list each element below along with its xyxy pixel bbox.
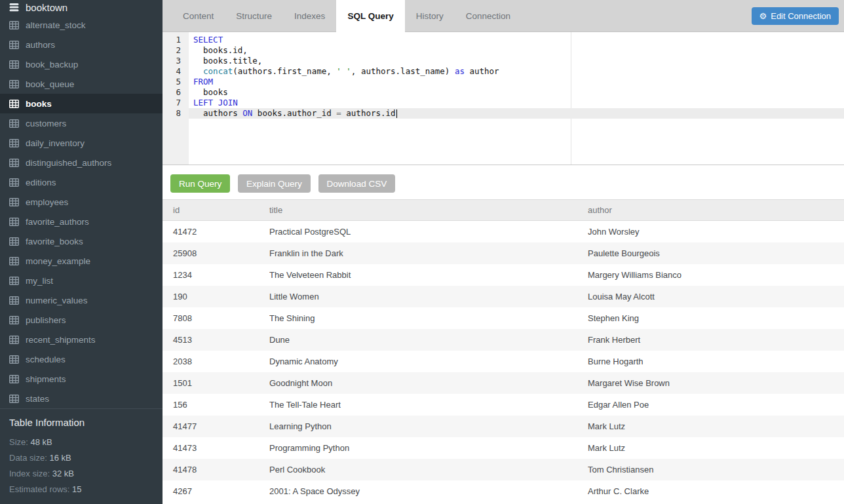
run-query-button[interactable]: Run Query [170, 174, 230, 193]
table-icon [9, 21, 19, 29]
tab-connection[interactable]: Connection [455, 0, 522, 31]
column-header-title[interactable]: title [269, 200, 588, 220]
tab-content[interactable]: Content [172, 0, 225, 31]
table-icon [9, 277, 19, 285]
table-row[interactable]: 2038Dynamic AnatomyBurne Hogarth [163, 351, 844, 372]
table-icon [9, 257, 19, 265]
table-row[interactable]: 41477Learning PythonMark Lutz [163, 416, 844, 437]
tab-structure[interactable]: Structure [225, 0, 283, 31]
table-row[interactable]: 1234The Velveteen RabbitMargery Williams… [163, 264, 844, 286]
code-line-5: 5FROM [163, 77, 844, 87]
line-number: 3 [163, 56, 189, 66]
table-info-stat: Index size: 32 kB [9, 466, 153, 482]
table-icon [9, 316, 19, 324]
sidebar-item-money_example[interactable]: money_example [0, 251, 163, 271]
table-row[interactable]: 25908Franklin in the DarkPaulette Bourge… [163, 242, 844, 264]
table-icon [9, 237, 19, 246]
sidebar-item-numeric_values[interactable]: numeric_values [0, 290, 163, 310]
sidebar-item-books[interactable]: books [0, 94, 163, 113]
sidebar-item-book_backup[interactable]: book_backup [0, 54, 163, 74]
download-csv-button[interactable]: Download CSV [318, 174, 396, 193]
table-icon [9, 178, 19, 187]
table-row[interactable]: 1501Goodnight MoonMargaret Wise Brown [163, 372, 844, 394]
code-text: FROM [189, 77, 844, 87]
sidebar-item-states[interactable]: states [0, 389, 163, 408]
table-info-title: Table Information [9, 417, 153, 428]
table-row[interactable]: 41473Programming PythonMark Lutz [163, 437, 844, 459]
table-name: book_backup [26, 60, 78, 69]
table-icon [9, 395, 19, 403]
table-name: recent_shipments [26, 335, 96, 345]
code-text: LEFT JOIN [189, 98, 844, 108]
table-name: publishers [26, 315, 66, 325]
table-info-panel: Table Information Size: 48 kBData size: … [0, 408, 163, 504]
table-row[interactable]: 4513DuneFrank Herbert [163, 329, 844, 351]
sidebar-item-my_list[interactable]: my_list [0, 271, 163, 290]
table-icon [9, 296, 19, 305]
tab-sql-query[interactable]: SQL Query [336, 0, 404, 32]
cell-author: Mark Lutz [588, 437, 844, 459]
table-row[interactable]: 156The Tell-Tale HeartEdgar Allen Poe [163, 394, 844, 416]
sidebar-item-schedules[interactable]: schedules [0, 349, 163, 369]
edit-connection-button[interactable]: ⚙ Edit Connection [752, 7, 839, 25]
sidebar: booktown alternate_stockauthorsbook_back… [0, 0, 163, 504]
database-header[interactable]: booktown [0, 0, 163, 15]
line-number: 7 [163, 98, 189, 108]
table-name: daily_inventory [26, 138, 85, 148]
sidebar-item-shipments[interactable]: shipments [0, 369, 163, 389]
sidebar-item-employees[interactable]: employees [0, 192, 163, 212]
sidebar-item-customers[interactable]: customers [0, 113, 163, 133]
table-name: books [26, 99, 52, 109]
sql-code: 1SELECT2 books.id,3 books.title,4 concat… [163, 32, 844, 119]
sidebar-item-book_queue[interactable]: book_queue [0, 74, 163, 94]
column-header-id[interactable]: id [173, 200, 269, 220]
tab-indexes[interactable]: Indexes [283, 0, 336, 31]
sidebar-item-recent_shipments[interactable]: recent_shipments [0, 330, 163, 349]
cell-author: Tom Christiansen [588, 459, 844, 480]
table-row[interactable]: 41472Practical PostgreSQLJohn Worsley [163, 221, 844, 242]
code-line-7: 7LEFT JOIN [163, 98, 844, 108]
sidebar-item-publishers[interactable]: publishers [0, 310, 163, 330]
explain-query-button[interactable]: Explain Query [238, 174, 311, 193]
main-panel: ContentStructureIndexesSQL QueryHistoryC… [163, 0, 844, 504]
table-name: schedules [26, 355, 66, 364]
sidebar-item-alternate_stock[interactable]: alternate_stock [0, 15, 163, 35]
tab-history[interactable]: History [405, 0, 455, 31]
table-row[interactable]: 41478Perl CookbookTom Christiansen [163, 459, 844, 480]
code-line-6: 6 books [163, 87, 844, 98]
cell-title: Practical PostgreSQL [269, 221, 588, 242]
cell-title: Goodnight Moon [269, 372, 588, 394]
sql-editor[interactable]: 1SELECT2 books.id,3 books.title,4 concat… [163, 32, 844, 165]
sidebar-item-distinguished_authors[interactable]: distinguished_authors [0, 153, 163, 172]
cell-title: 2001: A Space Odyssey [269, 480, 588, 502]
table-row[interactable]: 42672001: A Space OdysseyArthur C. Clark… [163, 480, 844, 502]
table-info-stat: Data size: 16 kB [9, 450, 153, 466]
table-row[interactable]: 7808The ShiningStephen King [163, 307, 844, 329]
sidebar-item-favorite_books[interactable]: favorite_books [0, 231, 163, 251]
table-info-stats: Size: 48 kBData size: 16 kBIndex size: 3… [9, 435, 153, 497]
code-text: books [189, 87, 844, 98]
cell-author: Burne Hogarth [588, 351, 844, 372]
sidebar-item-editions[interactable]: editions [0, 172, 163, 192]
cell-author: Paulette Bourgeois [588, 242, 844, 264]
cell-id: 4267 [173, 480, 269, 502]
table-name: customers [26, 119, 66, 128]
database-icon [9, 3, 19, 12]
line-number: 4 [163, 66, 189, 77]
column-header-author[interactable]: author [588, 200, 844, 220]
database-name: booktown [26, 2, 67, 13]
sidebar-item-favorite_authors[interactable]: favorite_authors [0, 212, 163, 231]
sidebar-item-authors[interactable]: authors [0, 35, 163, 54]
cell-title: Franklin in the Dark [269, 242, 588, 264]
table-name: states [26, 394, 49, 404]
sidebar-item-daily_inventory[interactable]: daily_inventory [0, 133, 163, 153]
table-row[interactable]: 190Little WomenLouisa May Alcott [163, 286, 844, 307]
code-text: books.id, [189, 45, 844, 56]
cell-id: 41472 [173, 221, 269, 242]
table-name: shipments [26, 374, 66, 384]
cell-id: 4513 [173, 329, 269, 351]
table-icon [9, 159, 19, 167]
cell-id: 2038 [173, 351, 269, 372]
gear-icon: ⚙ [759, 11, 767, 21]
cell-author: Margaret Wise Brown [588, 372, 844, 394]
